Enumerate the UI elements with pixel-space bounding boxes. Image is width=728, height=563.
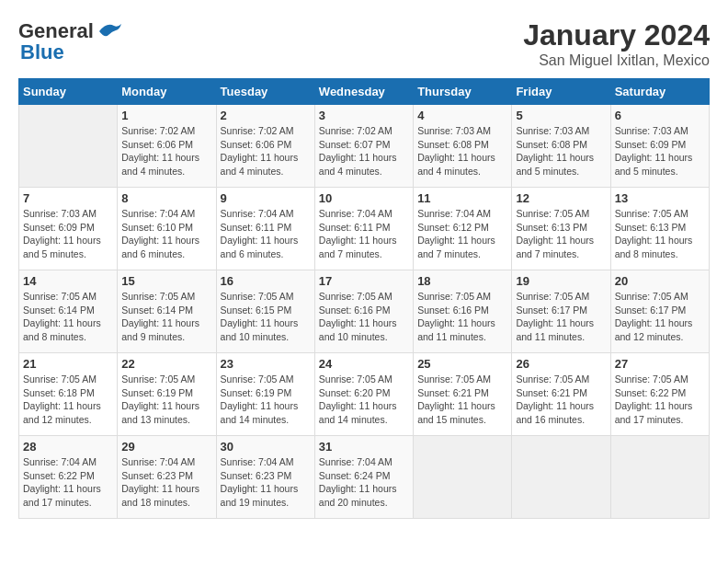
calendar-day-cell: 8Sunrise: 7:04 AMSunset: 6:10 PMDaylight… xyxy=(118,188,216,270)
day-info: Sunrise: 7:05 AMSunset: 6:19 PMDaylight:… xyxy=(221,373,311,427)
calendar-day-cell: 22Sunrise: 7:05 AMSunset: 6:19 PMDayligh… xyxy=(118,353,216,436)
day-number: 21 xyxy=(23,357,113,371)
day-info: Sunrise: 7:05 AMSunset: 6:20 PMDaylight:… xyxy=(319,373,409,427)
logo-bird-icon xyxy=(96,18,125,44)
day-number: 23 xyxy=(221,357,311,371)
day-info: Sunrise: 7:05 AMSunset: 6:14 PMDaylight:… xyxy=(23,290,113,344)
calendar-day-cell: 3Sunrise: 7:02 AMSunset: 6:07 PMDaylight… xyxy=(314,105,413,188)
calendar-day-cell xyxy=(19,105,118,188)
calendar-day-cell: 23Sunrise: 7:05 AMSunset: 6:19 PMDayligh… xyxy=(216,353,314,436)
day-number: 1 xyxy=(121,109,211,122)
day-of-week-header: Saturday xyxy=(610,79,709,105)
day-number: 26 xyxy=(516,357,606,371)
day-info: Sunrise: 7:03 AMSunset: 6:08 PMDaylight:… xyxy=(516,124,606,178)
day-info: Sunrise: 7:05 AMSunset: 6:13 PMDaylight:… xyxy=(615,207,705,261)
calendar-day-cell: 12Sunrise: 7:05 AMSunset: 6:13 PMDayligh… xyxy=(512,188,610,270)
day-info: Sunrise: 7:02 AMSunset: 6:06 PMDaylight:… xyxy=(121,124,211,178)
calendar-day-cell: 6Sunrise: 7:03 AMSunset: 6:09 PMDaylight… xyxy=(610,105,709,188)
calendar-day-cell: 26Sunrise: 7:05 AMSunset: 6:21 PMDayligh… xyxy=(512,353,610,436)
day-info: Sunrise: 7:05 AMSunset: 6:19 PMDaylight:… xyxy=(121,373,211,427)
calendar-day-cell: 29Sunrise: 7:04 AMSunset: 6:23 PMDayligh… xyxy=(118,436,216,519)
day-info: Sunrise: 7:05 AMSunset: 6:14 PMDaylight:… xyxy=(121,290,211,344)
logo-blue: Blue xyxy=(20,40,64,64)
calendar-day-cell: 5Sunrise: 7:03 AMSunset: 6:08 PMDaylight… xyxy=(512,105,610,188)
calendar-week-row: 7Sunrise: 7:03 AMSunset: 6:09 PMDaylight… xyxy=(19,188,710,270)
day-info: Sunrise: 7:05 AMSunset: 6:16 PMDaylight:… xyxy=(319,290,409,344)
day-number: 15 xyxy=(121,274,211,288)
calendar-day-cell: 17Sunrise: 7:05 AMSunset: 6:16 PMDayligh… xyxy=(314,270,413,353)
day-info: Sunrise: 7:04 AMSunset: 6:10 PMDaylight:… xyxy=(121,207,211,261)
calendar-subtitle: San Miguel Ixitlan, Mexico xyxy=(523,52,710,69)
day-number: 18 xyxy=(417,274,507,288)
calendar-day-cell: 20Sunrise: 7:05 AMSunset: 6:17 PMDayligh… xyxy=(610,270,709,353)
day-info: Sunrise: 7:03 AMSunset: 6:09 PMDaylight:… xyxy=(615,124,705,178)
day-number: 30 xyxy=(221,440,311,454)
day-number: 5 xyxy=(516,109,606,122)
calendar-week-row: 28Sunrise: 7:04 AMSunset: 6:22 PMDayligh… xyxy=(19,436,710,519)
day-info: Sunrise: 7:04 AMSunset: 6:12 PMDaylight:… xyxy=(417,207,507,261)
calendar-day-cell xyxy=(414,436,512,519)
day-of-week-header: Thursday xyxy=(414,79,512,105)
day-of-week-header: Tuesday xyxy=(216,79,314,105)
day-number: 14 xyxy=(23,274,113,288)
calendar-day-cell: 11Sunrise: 7:04 AMSunset: 6:12 PMDayligh… xyxy=(414,188,512,270)
day-info: Sunrise: 7:05 AMSunset: 6:15 PMDaylight:… xyxy=(221,290,311,344)
day-info: Sunrise: 7:05 AMSunset: 6:21 PMDaylight:… xyxy=(516,373,606,427)
day-number: 13 xyxy=(615,191,705,205)
day-number: 8 xyxy=(121,191,211,205)
day-number: 4 xyxy=(417,109,507,122)
logo: General Blue xyxy=(18,18,125,64)
day-number: 28 xyxy=(23,440,113,454)
calendar-day-cell xyxy=(512,436,610,519)
day-info: Sunrise: 7:02 AMSunset: 6:06 PMDaylight:… xyxy=(221,124,311,178)
day-number: 29 xyxy=(121,440,211,454)
day-number: 6 xyxy=(615,109,705,122)
calendar-week-row: 1Sunrise: 7:02 AMSunset: 6:06 PMDaylight… xyxy=(19,105,710,188)
day-number: 27 xyxy=(615,357,705,371)
calendar-day-cell: 14Sunrise: 7:05 AMSunset: 6:14 PMDayligh… xyxy=(19,270,118,353)
day-info: Sunrise: 7:05 AMSunset: 6:13 PMDaylight:… xyxy=(516,207,606,261)
calendar-day-cell: 28Sunrise: 7:04 AMSunset: 6:22 PMDayligh… xyxy=(19,436,118,519)
calendar-day-cell xyxy=(610,436,709,519)
day-number: 2 xyxy=(221,109,311,122)
day-info: Sunrise: 7:05 AMSunset: 6:18 PMDaylight:… xyxy=(23,373,113,427)
day-number: 20 xyxy=(615,274,705,288)
day-number: 9 xyxy=(221,191,311,205)
calendar-header-row: SundayMondayTuesdayWednesdayThursdayFrid… xyxy=(19,79,710,105)
day-info: Sunrise: 7:04 AMSunset: 6:24 PMDaylight:… xyxy=(319,455,409,510)
day-info: Sunrise: 7:05 AMSunset: 6:16 PMDaylight:… xyxy=(417,290,507,344)
calendar-day-cell: 9Sunrise: 7:04 AMSunset: 6:11 PMDaylight… xyxy=(216,188,314,270)
calendar-day-cell: 2Sunrise: 7:02 AMSunset: 6:06 PMDaylight… xyxy=(216,105,314,188)
calendar-week-row: 14Sunrise: 7:05 AMSunset: 6:14 PMDayligh… xyxy=(19,270,710,353)
day-number: 12 xyxy=(516,191,606,205)
day-info: Sunrise: 7:05 AMSunset: 6:17 PMDaylight:… xyxy=(615,290,705,344)
title-section: January 2024 San Miguel Ixitlan, Mexico xyxy=(523,18,710,69)
day-info: Sunrise: 7:05 AMSunset: 6:22 PMDaylight:… xyxy=(615,373,705,427)
calendar-day-cell: 27Sunrise: 7:05 AMSunset: 6:22 PMDayligh… xyxy=(610,353,709,436)
day-number: 24 xyxy=(319,357,409,371)
calendar-day-cell: 16Sunrise: 7:05 AMSunset: 6:15 PMDayligh… xyxy=(216,270,314,353)
day-number: 17 xyxy=(319,274,409,288)
calendar-day-cell: 7Sunrise: 7:03 AMSunset: 6:09 PMDaylight… xyxy=(19,188,118,270)
day-number: 25 xyxy=(417,357,507,371)
calendar-day-cell: 24Sunrise: 7:05 AMSunset: 6:20 PMDayligh… xyxy=(314,353,413,436)
calendar-day-cell: 1Sunrise: 7:02 AMSunset: 6:06 PMDaylight… xyxy=(118,105,216,188)
day-info: Sunrise: 7:04 AMSunset: 6:22 PMDaylight:… xyxy=(23,455,113,510)
calendar-day-cell: 13Sunrise: 7:05 AMSunset: 6:13 PMDayligh… xyxy=(610,188,709,270)
page-header: General Blue January 2024 San Miguel Ixi… xyxy=(18,18,710,69)
day-number: 31 xyxy=(319,440,409,454)
day-info: Sunrise: 7:03 AMSunset: 6:08 PMDaylight:… xyxy=(417,124,507,178)
day-of-week-header: Sunday xyxy=(19,79,118,105)
calendar-week-row: 21Sunrise: 7:05 AMSunset: 6:18 PMDayligh… xyxy=(19,353,710,436)
day-info: Sunrise: 7:02 AMSunset: 6:07 PMDaylight:… xyxy=(319,124,409,178)
calendar-day-cell: 18Sunrise: 7:05 AMSunset: 6:16 PMDayligh… xyxy=(414,270,512,353)
day-number: 16 xyxy=(221,274,311,288)
day-number: 11 xyxy=(417,191,507,205)
day-info: Sunrise: 7:05 AMSunset: 6:21 PMDaylight:… xyxy=(417,373,507,427)
calendar-day-cell: 31Sunrise: 7:04 AMSunset: 6:24 PMDayligh… xyxy=(314,436,413,519)
day-number: 22 xyxy=(121,357,211,371)
day-of-week-header: Friday xyxy=(512,79,610,105)
calendar-day-cell: 15Sunrise: 7:05 AMSunset: 6:14 PMDayligh… xyxy=(118,270,216,353)
day-info: Sunrise: 7:04 AMSunset: 6:11 PMDaylight:… xyxy=(319,207,409,261)
day-number: 10 xyxy=(319,191,409,205)
